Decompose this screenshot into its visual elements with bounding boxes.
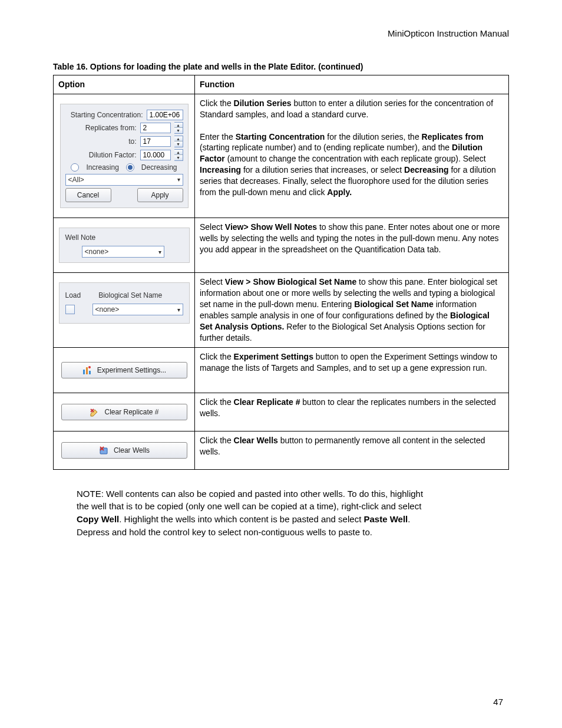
apply-button[interactable]: Apply	[137, 188, 183, 202]
clear-replicate-label: Clear Replicate #	[104, 407, 158, 417]
dilution-factor-spinner[interactable]: ▲▼	[174, 149, 183, 161]
dilution-panel: Starting Concentration: Replicates from:…	[60, 104, 189, 208]
row-dilution-series: Starting Concentration: Replicates from:…	[54, 94, 509, 218]
fluorophore-value: <All>	[68, 175, 84, 185]
increasing-radio[interactable]	[71, 163, 79, 172]
table-caption: Table 16. Options for loading the plate …	[53, 62, 509, 71]
well-note-select[interactable]: <none> ▾	[82, 246, 164, 258]
well-note-label: Well Note	[65, 233, 183, 242]
replicates-to-label: to:	[65, 137, 137, 146]
doc-header: MiniOpticon Instruction Manual	[53, 28, 509, 38]
experiment-settings-label: Experiment Settings...	[97, 365, 166, 375]
clear-replicate-button[interactable]: Clear Replicate #	[61, 404, 187, 420]
experiment-settings-function-text: Click the Experiment Settings button to …	[195, 347, 509, 393]
svg-point-3	[88, 366, 91, 368]
clear-wells-label: Clear Wells	[114, 446, 150, 455]
svg-rect-1	[86, 367, 88, 374]
replicates-to-spinner[interactable]: ▲▼	[174, 136, 183, 147]
increasing-label: Increasing	[86, 163, 118, 172]
replicates-to-input[interactable]	[140, 136, 171, 147]
options-table: Option Function Starting Concentration: …	[53, 75, 509, 470]
clear-replicate-function-text: Click the Clear Replicate # button to cl…	[195, 393, 509, 431]
biological-set-label: Biological Set Name	[98, 291, 162, 300]
col-option-header: Option	[54, 75, 195, 94]
footnote: NOTE: Well contents can also be copied a…	[77, 487, 430, 539]
starting-conc-label: Starting Concentration:	[65, 110, 143, 120]
chevron-down-icon: ▾	[177, 176, 180, 184]
eraser-icon	[89, 407, 100, 417]
load-checkbox[interactable]	[65, 305, 75, 314]
biological-set-value: <none>	[95, 305, 120, 314]
biological-set-panel: Load Biological Set Name <none> ▾	[59, 282, 190, 324]
starting-conc-input[interactable]	[147, 110, 183, 120]
experiment-icon	[82, 365, 92, 375]
clear-wells-button[interactable]: Clear Wells	[61, 442, 187, 459]
chevron-down-icon: ▾	[177, 306, 180, 314]
replicates-from-input[interactable]	[140, 123, 171, 133]
svg-rect-0	[83, 370, 85, 374]
dilution-factor-label: Dilution Factor:	[65, 150, 137, 160]
replicates-from-spinner[interactable]: ▲▼	[174, 122, 183, 134]
well-note-function-text: Select View> Show Well Notes to show thi…	[195, 218, 509, 273]
svg-rect-2	[89, 371, 91, 374]
row-well-note: Well Note <none> ▾ Select View> Show Wel…	[54, 218, 509, 273]
decreasing-label: Decreasing	[141, 163, 177, 172]
well-note-panel: Well Note <none> ▾	[59, 228, 190, 263]
well-note-value: <none>	[85, 247, 109, 256]
experiment-settings-button[interactable]: Experiment Settings...	[61, 362, 187, 378]
biological-set-function-text: Select View > Show Biological Set Name t…	[195, 273, 509, 347]
biological-set-select[interactable]: <none> ▾	[92, 304, 183, 315]
row-experiment-settings: Experiment Settings... Click the Experim…	[54, 347, 509, 393]
cancel-button[interactable]: Cancel	[65, 188, 111, 202]
clear-wells-function-text: Click the Clear Wells button to permanen…	[195, 431, 509, 469]
row-clear-replicate: Clear Replicate # Click the Clear Replic…	[54, 393, 509, 431]
load-label: Load	[65, 291, 81, 300]
fluorophore-select[interactable]: <All> ▾	[65, 174, 183, 186]
replicates-from-label: Replicates from:	[65, 123, 137, 133]
clear-wells-icon	[98, 445, 109, 456]
row-clear-wells: Clear Wells Click the Clear Wells button…	[54, 431, 509, 469]
decreasing-radio[interactable]	[126, 163, 134, 172]
dilution-factor-input[interactable]	[140, 150, 171, 160]
row-biological-set: Load Biological Set Name <none> ▾ Select…	[54, 273, 509, 347]
chevron-down-icon: ▾	[158, 248, 161, 256]
col-function-header: Function	[195, 75, 509, 94]
dilution-function-text: Click the Dilution Series button to ente…	[195, 94, 509, 218]
